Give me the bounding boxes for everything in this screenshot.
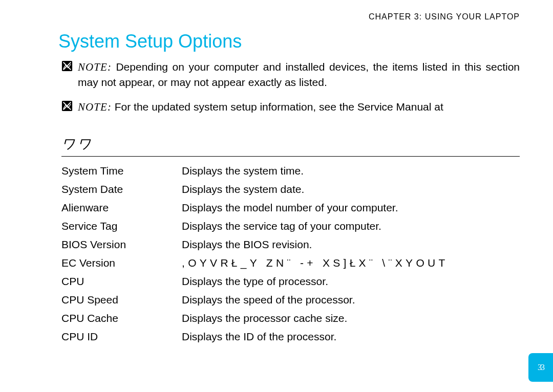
row-desc: Displays the system time. <box>182 162 520 180</box>
note-1-body: Depending on your computer and installed… <box>78 61 520 88</box>
row-label: Service Tag <box>61 217 182 235</box>
row-desc: Displays the ID of the processor. <box>182 328 520 346</box>
note-2-label: NOTE: <box>78 101 112 113</box>
section-label: ワワ <box>61 135 520 153</box>
row-desc: ,OYVRŁ_Y ZN¨ -+ XS]ŁX¨ \¨XYOUT <box>182 254 520 272</box>
note-icon <box>61 100 73 112</box>
row-label: CPU Speed <box>61 291 182 309</box>
table-row: CPU Speed Displays the speed of the proc… <box>61 291 520 309</box>
table-row: CPU Cache Displays the processor cache s… <box>61 309 520 328</box>
divider <box>61 156 520 157</box>
row-desc: Displays the type of processor. <box>182 272 520 291</box>
chapter-header: CHAPTER 3: USING YOUR LAPTOP <box>61 12 520 21</box>
spec-table: System Time Displays the system time. Sy… <box>61 162 520 346</box>
row-desc: Displays the service tag of your compute… <box>182 217 520 235</box>
note-2-text: NOTE: For the updated system setup infor… <box>78 99 443 115</box>
table-row: System Date Displays the system date. <box>61 180 520 199</box>
table-row: CPU ID Displays the ID of the processor. <box>61 328 520 346</box>
page-title: System Setup Options <box>58 31 520 52</box>
row-desc: Displays the BIOS revision. <box>182 235 520 254</box>
row-label: CPU <box>61 272 182 291</box>
table-row: Service Tag Displays the service tag of … <box>61 217 520 235</box>
row-desc: Displays the processor cache size. <box>182 309 520 328</box>
page-number-badge: 33 <box>528 353 553 382</box>
table-row: CPU Displays the type of processor. <box>61 272 520 291</box>
table-row: System Time Displays the system time. <box>61 162 520 180</box>
row-desc: Displays the system date. <box>182 180 520 199</box>
note-2: NOTE: For the updated system setup infor… <box>61 99 520 115</box>
note-2-body: For the updated system setup information… <box>112 101 443 113</box>
row-label: BIOS Version <box>61 235 182 254</box>
row-label: CPU ID <box>61 328 182 346</box>
note-1: NOTE: Depending on your computer and ins… <box>61 59 520 90</box>
row-label: EC Version <box>61 254 182 272</box>
table-row: Alienware Displays the model number of y… <box>61 199 520 217</box>
row-label: System Time <box>61 162 182 180</box>
page: CHAPTER 3: USING YOUR LAPTOP System Setu… <box>0 0 553 392</box>
row-label: Alienware <box>61 199 182 217</box>
table-row: EC Version ,OYVRŁ_Y ZN¨ -+ XS]ŁX¨ \¨XYOU… <box>61 254 520 272</box>
note-icon <box>61 60 73 72</box>
row-desc: Displays the speed of the processor. <box>182 291 520 309</box>
table-row: BIOS Version Displays the BIOS revision. <box>61 235 520 254</box>
note-1-text: NOTE: Depending on your computer and ins… <box>78 59 520 90</box>
row-label: System Date <box>61 180 182 199</box>
note-1-label: NOTE: <box>78 61 112 73</box>
row-label: CPU Cache <box>61 309 182 328</box>
row-desc: Displays the model number of your comput… <box>182 199 520 217</box>
